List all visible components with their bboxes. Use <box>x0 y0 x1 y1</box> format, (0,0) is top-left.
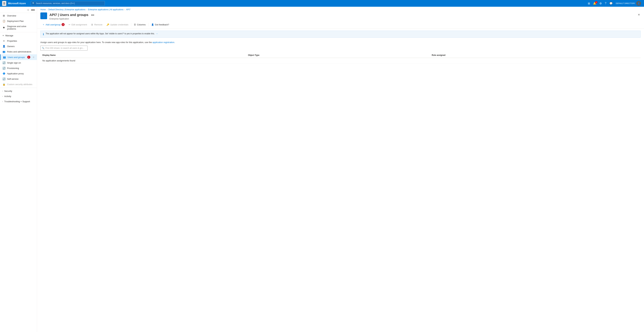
search-bar-icon: 🔍 <box>42 47 44 49</box>
user-directory-label: DEFAULT DIRECTORY <box>616 2 635 4</box>
search-input[interactable] <box>36 2 103 4</box>
breadcrumb-current: API7 <box>126 8 130 11</box>
sidebar-divider-1 <box>0 32 37 32</box>
breadcrumb-all-apps[interactable]: Enterprise applications | All applicatio… <box>88 8 124 11</box>
owners-icon: 👤 <box>2 45 6 48</box>
page-more-button[interactable]: ••• <box>90 13 96 17</box>
edit-icon: ✏ <box>69 24 70 26</box>
sidebar-item-diagnose[interactable]: ✱ Diagnose and solve problems <box>0 24 37 32</box>
sso-icon: 🔄 <box>2 62 6 64</box>
page-header: 👤 API7 | Users and groups ••• Enterprise… <box>37 11 644 20</box>
sidebar-label-overview: Overview <box>7 14 16 17</box>
empty-message: No application assignments found <box>40 58 641 64</box>
sidebar-manage-header[interactable]: ▼ Manage <box>0 33 37 38</box>
sidebar-item-deployment-plan[interactable]: 📋 Deployment Plan <box>0 18 37 24</box>
sidebar-label-provisioning: Provisioning <box>7 67 19 70</box>
sidebar-section-security[interactable]: › Security <box>0 88 37 94</box>
breadcrumb: Home › Default Directory | Enterprise ap… <box>37 7 644 11</box>
troubleshooting-chevron-icon: › <box>2 100 3 102</box>
sidebar-label-sso: Single sign-on <box>7 62 21 64</box>
diagnose-icon: ✱ <box>2 26 6 29</box>
sidebar-label-properties: Properties <box>7 40 17 42</box>
users-search-bar[interactable]: 🔍 <box>40 46 88 50</box>
remove-label: Remove <box>94 24 102 26</box>
breadcrumb-default-dir[interactable]: Default Directory | Enterprise applicati… <box>48 8 86 11</box>
sidebar-item-owners[interactable]: 👤 Owners <box>0 44 37 49</box>
page-icon: 👤 <box>40 12 47 19</box>
page-title: API7 | Users and groups <box>50 13 88 17</box>
sidebar-item-properties[interactable]: ≡ Properties <box>0 38 37 44</box>
col-display-name: Display Name <box>40 53 246 58</box>
sidebar-item-self-service[interactable]: 🔄 Self-service <box>0 76 37 82</box>
info-banner: ℹ The application will not appear for as… <box>40 30 641 38</box>
add-icon: ＋ <box>42 23 44 26</box>
avatar: 👤 <box>636 1 641 6</box>
col-role-assigned: Role assigned <box>430 53 641 58</box>
sidebar-controls: ◁ ◀◀ <box>0 7 37 13</box>
page-title-section: API7 | Users and groups ••• Enterprise A… <box>50 12 635 20</box>
breadcrumb-sep-2: › <box>86 9 87 10</box>
columns-label: Columns <box>137 24 146 26</box>
sidebar-item-overview[interactable]: ⊞ Overview <box>0 13 37 18</box>
edit-assignment-button[interactable]: ✏ Edit assignment <box>66 22 89 27</box>
sidebar-label-activity: Activity <box>4 95 11 98</box>
sidebar-item-users-groups[interactable]: 👥 Users and groups 1 ☆ <box>0 54 37 60</box>
breadcrumb-home[interactable]: Home <box>40 8 46 11</box>
person-icon: 👤 <box>42 14 46 18</box>
notifications-button[interactable]: 🔔 1 <box>592 1 598 6</box>
portal-icon: ⊞ <box>588 2 590 5</box>
sidebar-label-roles: Roles and administrators <box>7 50 31 53</box>
info-arrow[interactable]: → <box>156 32 158 35</box>
custom-security-icon: 🔒 <box>2 83 6 86</box>
assign-description: Assign users and groups to app-roles for… <box>40 41 152 44</box>
sidebar: ◁ ◀◀ ⊞ Overview 📋 Deployment Plan ✱ Diag… <box>0 7 37 332</box>
sidebar-back-button[interactable]: ◁ <box>26 8 30 12</box>
help-button[interactable]: ? <box>604 1 607 6</box>
deployment-icon: 📋 <box>2 20 6 22</box>
update-credentials-label: Update credentials <box>110 24 128 26</box>
page-close-button[interactable]: ✕ <box>637 12 641 17</box>
feedback-button[interactable]: 💬 <box>608 1 614 6</box>
sidebar-label-diagnose: Diagnose and solve problems <box>7 25 34 30</box>
sidebar-collapse-button[interactable]: ◀◀ <box>30 8 35 12</box>
settings-icon: ⚙ <box>600 2 602 5</box>
sidebar-item-app-proxy[interactable]: 🔷 Application proxy <box>0 71 37 76</box>
sidebar-item-provisioning[interactable]: 🔄 Provisioning <box>0 66 37 71</box>
remove-button[interactable]: 🗑 Remove <box>89 22 104 27</box>
info-text: The application will not appear for assi… <box>46 32 638 35</box>
table-container: Display Name Object Type Role assigned N… <box>37 53 644 64</box>
columns-button[interactable]: ☰ Columns <box>132 22 148 27</box>
info-message: The application will not appear for assi… <box>46 32 154 35</box>
app-registration-link[interactable]: application registration. <box>152 41 175 44</box>
star-icon[interactable]: ☆ <box>33 56 34 58</box>
overview-icon: ⊞ <box>2 14 6 17</box>
users-search-input[interactable] <box>46 47 86 49</box>
sidebar-label-owners: Owners <box>7 45 15 48</box>
hamburger-button[interactable]: ☰ <box>2 1 6 6</box>
sidebar-item-single-sign-on[interactable]: 🔄 Single sign-on <box>0 60 37 66</box>
columns-icon: ☰ <box>134 24 136 26</box>
feedback-button[interactable]: 👤 Got feedback? <box>149 22 171 27</box>
sidebar-section-troubleshooting[interactable]: › Troubleshooting + Support <box>0 99 37 104</box>
info-icon: ℹ <box>43 33 44 36</box>
table-header: Display Name Object Type Role assigned <box>40 53 641 58</box>
settings-button[interactable]: ⚙ <box>598 1 603 6</box>
sidebar-item-roles-admins[interactable]: 👥 Roles and administrators <box>0 49 37 54</box>
main-layout: ◁ ◀◀ ⊞ Overview 📋 Deployment Plan ✱ Diag… <box>0 7 644 332</box>
properties-icon: ≡ <box>2 40 6 42</box>
topbar-right: ⊞ 🔔 1 ⚙ ? 💬 DEFAULT DIRECTORY 👤 <box>587 1 642 6</box>
topbar: ☰ Microsoft Azure 🔍 ⊞ 🔔 1 ⚙ ? 💬 DEFAULT … <box>0 0 644 7</box>
user-menu[interactable]: DEFAULT DIRECTORY 👤 <box>615 1 642 6</box>
sidebar-label-troubleshooting: Troubleshooting + Support <box>4 100 30 103</box>
sidebar-label-security: Security <box>4 90 12 92</box>
portal-button[interactable]: ⊞ <box>587 1 591 6</box>
add-user-group-button[interactable]: ＋ Add user/group 2 <box>40 22 66 27</box>
notifications-badge: 1 <box>595 1 598 4</box>
sidebar-section-activity[interactable]: › Activity <box>0 94 37 99</box>
sidebar-item-custom-security: 🔒 Custom security attributes <box>0 82 37 87</box>
global-search[interactable]: 🔍 <box>31 1 105 6</box>
edit-assignment-label: Edit assignment <box>72 24 87 26</box>
sidebar-label-self-service: Self-service <box>7 78 18 80</box>
update-credentials-button[interactable]: 🔑 Update credentials <box>104 22 130 27</box>
col-object-type: Object Type <box>246 53 430 58</box>
